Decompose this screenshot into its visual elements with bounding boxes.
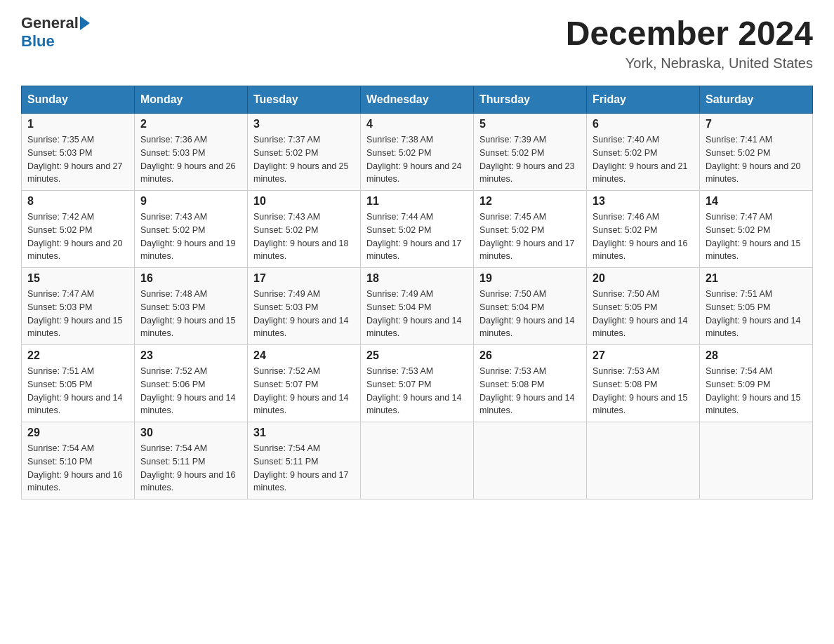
title-section: December 2024 York, Nebraska, United Sta… (566, 14, 813, 72)
header-cell-thursday: Thursday (474, 86, 587, 114)
day-number: 23 (140, 349, 241, 362)
day-number: 12 (479, 195, 581, 208)
day-info: Sunrise: 7:53 AMSunset: 5:08 PMDaylight:… (479, 365, 581, 417)
day-number: 18 (366, 272, 468, 285)
day-number: 5 (479, 118, 581, 130)
logo-blue-text: Blue (21, 32, 55, 51)
day-number: 26 (479, 349, 581, 362)
calendar-cell: 30Sunrise: 7:54 AMSunset: 5:11 PMDayligh… (135, 422, 248, 499)
day-info: Sunrise: 7:51 AMSunset: 5:05 PMDaylight:… (706, 288, 807, 340)
day-info: Sunrise: 7:54 AMSunset: 5:10 PMDaylight:… (27, 442, 128, 495)
day-number: 2 (140, 118, 241, 130)
calendar-cell: 13Sunrise: 7:46 AMSunset: 5:02 PMDayligh… (587, 191, 700, 268)
calendar-cell: 27Sunrise: 7:53 AMSunset: 5:08 PMDayligh… (587, 345, 700, 422)
page-header: General Blue December 2024 York, Nebrask… (21, 14, 813, 72)
calendar-week-4: 22Sunrise: 7:51 AMSunset: 5:05 PMDayligh… (22, 345, 813, 422)
calendar-cell (361, 422, 474, 499)
day-number: 13 (593, 195, 694, 208)
logo-triangle-icon (80, 16, 90, 30)
calendar-cell: 21Sunrise: 7:51 AMSunset: 5:05 PMDayligh… (700, 268, 813, 345)
header-row: SundayMondayTuesdayWednesdayThursdayFrid… (22, 86, 813, 114)
calendar-cell: 29Sunrise: 7:54 AMSunset: 5:10 PMDayligh… (22, 422, 135, 499)
calendar-header: SundayMondayTuesdayWednesdayThursdayFrid… (22, 86, 813, 114)
calendar-cell: 8Sunrise: 7:42 AMSunset: 5:02 PMDaylight… (22, 191, 135, 268)
location-subtitle: York, Nebraska, United States (566, 55, 813, 72)
day-info: Sunrise: 7:45 AMSunset: 5:02 PMDaylight:… (479, 210, 581, 263)
logo: General Blue (21, 14, 91, 51)
day-number: 21 (706, 272, 807, 285)
calendar-cell: 5Sunrise: 7:39 AMSunset: 5:02 PMDaylight… (474, 114, 587, 191)
day-number: 15 (27, 272, 128, 285)
header-cell-monday: Monday (135, 86, 248, 114)
day-number: 3 (253, 118, 355, 130)
calendar-cell: 24Sunrise: 7:52 AMSunset: 5:07 PMDayligh… (248, 345, 361, 422)
day-info: Sunrise: 7:51 AMSunset: 5:05 PMDaylight:… (27, 365, 128, 417)
calendar-cell: 20Sunrise: 7:50 AMSunset: 5:05 PMDayligh… (587, 268, 700, 345)
calendar-table: SundayMondayTuesdayWednesdayThursdayFrid… (21, 86, 813, 499)
calendar-cell: 1Sunrise: 7:35 AMSunset: 5:03 PMDaylight… (22, 114, 135, 191)
day-info: Sunrise: 7:41 AMSunset: 5:02 PMDaylight:… (706, 133, 807, 186)
calendar-cell (587, 422, 700, 499)
calendar-cell: 4Sunrise: 7:38 AMSunset: 5:02 PMDaylight… (361, 114, 474, 191)
calendar-cell: 28Sunrise: 7:54 AMSunset: 5:09 PMDayligh… (700, 345, 813, 422)
day-info: Sunrise: 7:43 AMSunset: 5:02 PMDaylight:… (253, 210, 355, 263)
calendar-cell: 31Sunrise: 7:54 AMSunset: 5:11 PMDayligh… (248, 422, 361, 499)
calendar-cell (474, 422, 587, 499)
header-cell-friday: Friday (587, 86, 700, 114)
day-number: 27 (593, 349, 694, 362)
day-number: 16 (140, 272, 241, 285)
calendar-cell: 19Sunrise: 7:50 AMSunset: 5:04 PMDayligh… (474, 268, 587, 345)
day-info: Sunrise: 7:49 AMSunset: 5:03 PMDaylight:… (253, 288, 355, 340)
day-info: Sunrise: 7:39 AMSunset: 5:02 PMDaylight:… (479, 133, 581, 186)
header-cell-sunday: Sunday (22, 86, 135, 114)
day-number: 14 (706, 195, 807, 208)
day-info: Sunrise: 7:49 AMSunset: 5:04 PMDaylight:… (366, 288, 468, 340)
day-number: 30 (140, 427, 241, 439)
day-number: 8 (27, 195, 128, 208)
day-info: Sunrise: 7:52 AMSunset: 5:07 PMDaylight:… (253, 365, 355, 417)
day-info: Sunrise: 7:43 AMSunset: 5:02 PMDaylight:… (140, 210, 241, 263)
calendar-cell: 6Sunrise: 7:40 AMSunset: 5:02 PMDaylight… (587, 114, 700, 191)
day-number: 24 (253, 349, 355, 362)
header-cell-saturday: Saturday (700, 86, 813, 114)
day-info: Sunrise: 7:50 AMSunset: 5:05 PMDaylight:… (593, 288, 694, 340)
day-info: Sunrise: 7:53 AMSunset: 5:07 PMDaylight:… (366, 365, 468, 417)
calendar-cell: 17Sunrise: 7:49 AMSunset: 5:03 PMDayligh… (248, 268, 361, 345)
day-number: 19 (479, 272, 581, 285)
day-number: 17 (253, 272, 355, 285)
month-year-title: December 2024 (566, 14, 813, 53)
calendar-cell: 15Sunrise: 7:47 AMSunset: 5:03 PMDayligh… (22, 268, 135, 345)
calendar-cell: 12Sunrise: 7:45 AMSunset: 5:02 PMDayligh… (474, 191, 587, 268)
day-number: 20 (593, 272, 694, 285)
calendar-cell: 23Sunrise: 7:52 AMSunset: 5:06 PMDayligh… (135, 345, 248, 422)
day-info: Sunrise: 7:52 AMSunset: 5:06 PMDaylight:… (140, 365, 241, 417)
day-info: Sunrise: 7:37 AMSunset: 5:02 PMDaylight:… (253, 133, 355, 186)
day-info: Sunrise: 7:38 AMSunset: 5:02 PMDaylight:… (366, 133, 468, 186)
calendar-cell: 16Sunrise: 7:48 AMSunset: 5:03 PMDayligh… (135, 268, 248, 345)
day-number: 25 (366, 349, 468, 362)
day-number: 9 (140, 195, 241, 208)
calendar-week-3: 15Sunrise: 7:47 AMSunset: 5:03 PMDayligh… (22, 268, 813, 345)
day-number: 11 (366, 195, 468, 208)
day-info: Sunrise: 7:35 AMSunset: 5:03 PMDaylight:… (27, 133, 128, 186)
logo-general-text: General (21, 14, 79, 32)
day-info: Sunrise: 7:46 AMSunset: 5:02 PMDaylight:… (593, 210, 694, 263)
calendar-week-2: 8Sunrise: 7:42 AMSunset: 5:02 PMDaylight… (22, 191, 813, 268)
calendar-cell: 2Sunrise: 7:36 AMSunset: 5:03 PMDaylight… (135, 114, 248, 191)
header-cell-tuesday: Tuesday (248, 86, 361, 114)
calendar-cell: 10Sunrise: 7:43 AMSunset: 5:02 PMDayligh… (248, 191, 361, 268)
day-info: Sunrise: 7:54 AMSunset: 5:11 PMDaylight:… (140, 442, 241, 495)
calendar-cell: 18Sunrise: 7:49 AMSunset: 5:04 PMDayligh… (361, 268, 474, 345)
day-number: 31 (253, 427, 355, 439)
calendar-cell: 7Sunrise: 7:41 AMSunset: 5:02 PMDaylight… (700, 114, 813, 191)
calendar-cell: 9Sunrise: 7:43 AMSunset: 5:02 PMDaylight… (135, 191, 248, 268)
day-number: 4 (366, 118, 468, 130)
day-number: 22 (27, 349, 128, 362)
day-number: 29 (27, 427, 128, 439)
day-info: Sunrise: 7:40 AMSunset: 5:02 PMDaylight:… (593, 133, 694, 186)
day-number: 10 (253, 195, 355, 208)
calendar-cell: 3Sunrise: 7:37 AMSunset: 5:02 PMDaylight… (248, 114, 361, 191)
day-info: Sunrise: 7:47 AMSunset: 5:03 PMDaylight:… (27, 288, 128, 340)
day-info: Sunrise: 7:48 AMSunset: 5:03 PMDaylight:… (140, 288, 241, 340)
calendar-cell: 11Sunrise: 7:44 AMSunset: 5:02 PMDayligh… (361, 191, 474, 268)
